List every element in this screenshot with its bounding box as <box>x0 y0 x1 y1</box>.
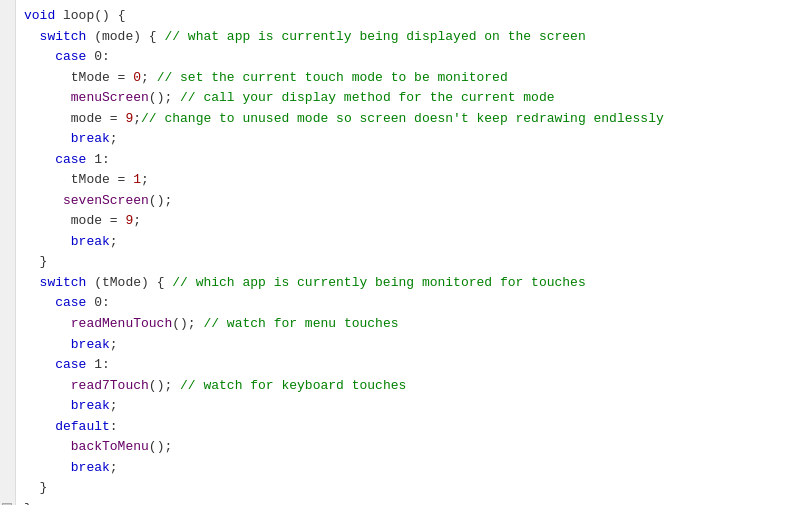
code-line: switch (mode) { // what app is currently… <box>20 27 800 48</box>
code-line: tMode = 0; // set the current touch mode… <box>20 68 800 89</box>
code-token: loop() { <box>55 8 125 23</box>
code-token: tMode = <box>24 70 133 85</box>
code-line: break; <box>20 458 800 479</box>
code-line: } <box>20 499 800 505</box>
code-token: default <box>24 419 110 434</box>
code-token: ; <box>141 172 149 187</box>
code-token: switch <box>24 275 94 290</box>
code-token: ; <box>110 131 118 146</box>
code-token: break <box>24 131 110 146</box>
code-line: readMenuTouch(); // watch for menu touch… <box>20 314 800 335</box>
code-token: 0: <box>94 49 110 64</box>
code-line: switch (tMode) { // which app is current… <box>20 273 800 294</box>
code-token: (); <box>149 439 172 454</box>
editor-window: void loop() { switch (mode) { // what ap… <box>0 0 800 505</box>
code-line: case 0: <box>20 293 800 314</box>
code-area: void loop() { switch (mode) { // what ap… <box>16 0 800 505</box>
code-token: case <box>24 152 94 167</box>
code-line: } <box>20 478 800 499</box>
code-token: mode = <box>24 111 125 126</box>
code-token: (); <box>149 378 180 393</box>
code-token: void <box>24 8 55 23</box>
code-token: // change to unused mode so screen doesn… <box>141 111 664 126</box>
editor-sidebar <box>0 0 16 505</box>
code-token: readMenuTouch <box>24 316 172 331</box>
code-token: ; <box>141 70 157 85</box>
code-token: ; <box>133 213 141 228</box>
code-token: 1: <box>94 152 110 167</box>
code-token: case <box>24 295 94 310</box>
code-token: // watch for menu touches <box>203 316 398 331</box>
code-token: 1 <box>133 172 141 187</box>
code-token: switch <box>24 29 94 44</box>
code-line: } <box>20 252 800 273</box>
code-token: ; <box>110 398 118 413</box>
code-line: break; <box>20 335 800 356</box>
code-line: break; <box>20 396 800 417</box>
code-token: break <box>24 398 110 413</box>
code-token: case <box>24 49 94 64</box>
code-line: case 0: <box>20 47 800 68</box>
code-token: 1: <box>94 357 110 372</box>
code-line: case 1: <box>20 150 800 171</box>
code-line: mode = 9; <box>20 211 800 232</box>
code-token: // call your display method for the curr… <box>180 90 554 105</box>
code-token: read7Touch <box>24 378 149 393</box>
code-token: (); <box>172 316 203 331</box>
code-line: void loop() { <box>20 6 800 27</box>
code-token: (tMode) { <box>94 275 172 290</box>
code-token: ; <box>133 111 141 126</box>
code-line: case 1: <box>20 355 800 376</box>
code-token: } <box>24 254 47 269</box>
code-token: // watch for keyboard touches <box>180 378 406 393</box>
code-token: } <box>24 501 32 505</box>
code-token: ; <box>110 460 118 475</box>
code-line: menuScreen(); // call your display metho… <box>20 88 800 109</box>
code-token: sevenScreen <box>24 193 149 208</box>
code-token: case <box>24 357 94 372</box>
code-line: sevenScreen(); <box>20 191 800 212</box>
code-block: void loop() { switch (mode) { // what ap… <box>20 6 800 505</box>
code-token: break <box>24 337 110 352</box>
code-line: read7Touch(); // watch for keyboard touc… <box>20 376 800 397</box>
code-token: // set the current touch mode to be moni… <box>157 70 508 85</box>
code-token: } <box>24 480 47 495</box>
code-token: backToMenu <box>24 439 149 454</box>
code-line: backToMenu(); <box>20 437 800 458</box>
code-token: 0 <box>133 70 141 85</box>
code-token: ; <box>110 337 118 352</box>
code-token: break <box>24 460 110 475</box>
code-token: : <box>110 419 118 434</box>
code-token: (); <box>149 193 172 208</box>
code-token: menuScreen <box>24 90 149 105</box>
code-token: tMode = <box>24 172 133 187</box>
code-token: mode = <box>24 213 125 228</box>
code-line: mode = 9;// change to unused mode so scr… <box>20 109 800 130</box>
code-line: break; <box>20 129 800 150</box>
code-token: // what app is currently being displayed… <box>164 29 585 44</box>
code-token: 0: <box>94 295 110 310</box>
code-token: (mode) { <box>94 29 164 44</box>
code-token: ; <box>110 234 118 249</box>
code-line: default: <box>20 417 800 438</box>
code-token: break <box>24 234 110 249</box>
code-line: tMode = 1; <box>20 170 800 191</box>
code-token: // which app is currently being monitore… <box>172 275 585 290</box>
code-line: break; <box>20 232 800 253</box>
code-token: (); <box>149 90 180 105</box>
